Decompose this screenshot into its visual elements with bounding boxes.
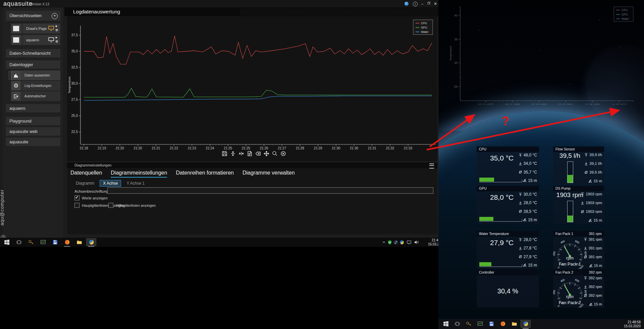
maximize-button[interactable] (426, 1, 431, 6)
aquasuite-taskbar-icon[interactable] (521, 320, 530, 327)
sidebar-item-playground[interactable]: Playground (6, 117, 60, 125)
tray-network-icon[interactable] (405, 239, 413, 246)
widget-cpu[interactable]: CPU 35,0 °C 48,0 °C 34,0 °C 35,7 °C 15 m (477, 146, 539, 184)
widget-gpu[interactable]: GPU 28,0 °C 30,0 °C 28,0 °C 28,5 °C 15 m (477, 186, 539, 224)
sidebar-item-automatischer-datenexport[interactable]: Automatischer Datenexport (11, 91, 60, 101)
fit-horizontal-button[interactable] (237, 150, 245, 157)
svg-text:09.09.2001: 09.09.2001 (558, 103, 573, 105)
header-value: 391 rpm (589, 231, 602, 237)
sidebar-item-label[interactable]: Log-Einstellungen (22, 81, 51, 91)
sidebar-page-aquaero[interactable]: aquaero 🔒︎ ⚙︎ (11, 35, 60, 45)
task-view-button[interactable] (14, 239, 23, 246)
axis-caption-input[interactable] (107, 187, 433, 194)
zoom-button[interactable] (271, 150, 278, 157)
level-bar-fill (479, 178, 494, 182)
widget-controller[interactable]: Controller 30,4 % (477, 270, 539, 308)
keepass-icon[interactable] (464, 320, 473, 327)
checkbox-box[interactable] (74, 195, 79, 200)
svg-text:21:30: 21:30 (332, 146, 340, 150)
checkbox-box[interactable] (74, 203, 79, 208)
delete-button[interactable] (254, 150, 262, 157)
sidebar-item-datenlogger[interactable]: Datenlogger (6, 60, 60, 69)
gear-icon[interactable]: ⚙︎ (55, 40, 58, 43)
average-icon (584, 255, 587, 259)
info-icon[interactable]: i (413, 2, 418, 6)
svg-text:400: 400 (560, 239, 565, 244)
checkbox-hilfsgitterlinien[interactable]: Hilfsgitterlinien anzeigen (108, 203, 156, 208)
sidebar-item-label[interactable]: Daten auswerten (22, 70, 50, 80)
tray-aquasuite-icon[interactable] (398, 239, 405, 246)
subtab-y-achse-1[interactable]: Y Achse 1 (123, 180, 148, 187)
widget-fan-pack-2[interactable]: Fan Pack 2 392 rpm 02004006008001000 rpm… (553, 270, 604, 308)
page-label[interactable]: aquaero (23, 35, 60, 45)
log-chart-canvas[interactable]: 22,525,027,530,032,535,037,521:1821:1921… (67, 16, 437, 161)
save-tool-icon[interactable] (50, 239, 60, 246)
sidebar-item-log-einstellungen[interactable]: ⚙︎ Log-Einstellungen (11, 81, 60, 91)
sidebar-item-daten-schnellansicht[interactable]: Daten-Schnellansicht (6, 49, 60, 57)
start-button[interactable] (2, 239, 11, 246)
running-indicator (523, 328, 529, 329)
drag-handle[interactable] (9, 71, 11, 80)
sidebar-item-aquasuite[interactable]: aquasuite (6, 138, 60, 146)
app-version: Version X.13 (30, 2, 49, 6)
widget-fan-pack-1[interactable]: Fan Pack 1 391 rpm 02004006008001000 rpm… (553, 231, 604, 269)
save-tool-icon[interactable] (487, 320, 496, 327)
sidebar-page-drawis-page[interactable]: Drawi's Page 🔒︎ ⚙︎ (11, 23, 60, 34)
stat-row: 15 m (523, 178, 537, 183)
keepass-icon[interactable] (26, 239, 36, 246)
gear-icon: ⚙︎ (11, 81, 20, 90)
report-button[interactable] (246, 150, 253, 157)
max-icon (584, 153, 588, 157)
add-page-button[interactable]: + (52, 13, 58, 19)
firefox-icon[interactable] (498, 320, 507, 327)
checkbox-werte-anzeigen[interactable]: Werte anzeigen (74, 195, 108, 200)
pan-button[interactable] (263, 150, 270, 157)
task-view-button[interactable] (452, 320, 462, 327)
hw-monitor-icon[interactable] (38, 239, 48, 246)
tray-shield-icon[interactable] (386, 239, 393, 246)
cancel-button[interactable] (279, 150, 287, 157)
tab-diagrammeinstellungen[interactable]: Diagrammeinstellungen (111, 170, 167, 178)
window-titlebar[interactable]: aquasuite Version X.13 i – ✕ (0, 0, 438, 7)
widget-water-temperature[interactable]: Water Temperature 27,9 °C 28,0 °C 27,8 °… (477, 231, 539, 269)
file-explorer-icon[interactable] (509, 320, 519, 327)
tray-steam-icon[interactable] (392, 239, 399, 246)
widget-header: Fan Pack 1 391 rpm (553, 231, 604, 237)
fit-vertical-button[interactable] (229, 150, 236, 157)
hw-monitor-icon[interactable] (475, 320, 485, 327)
level-bar-fill (479, 262, 491, 266)
update-status-icon[interactable] (405, 2, 409, 6)
page-label[interactable]: Drawi's Page (23, 23, 60, 34)
minimize-button[interactable]: – (420, 1, 425, 6)
export-icon (11, 92, 20, 101)
sidebar-item-label[interactable]: Automatischer Datenexport (22, 91, 60, 101)
start-button[interactable] (441, 320, 450, 327)
tab-datenreihen-formatieren[interactable]: Datenreihen formatieren (176, 170, 234, 178)
tab-diagramme-verwalten[interactable]: Diagramme verwalten (243, 170, 295, 178)
clock[interactable]: 21:48:58 15.03.2020 (617, 320, 641, 328)
tray-volume-icon[interactable] (413, 239, 420, 246)
svg-text:GPU: GPU (421, 26, 427, 29)
stat-row: 15 m (588, 179, 602, 183)
tab-datenquellen[interactable]: Datenquellen (70, 170, 102, 178)
display-icon[interactable] (48, 26, 54, 31)
aquasuite-taskbar-icon[interactable] (87, 239, 96, 246)
file-explorer-icon[interactable] (74, 239, 84, 246)
subtab-diagramm[interactable]: Diagramm (72, 180, 98, 187)
sidebar-item-daten-auswerten[interactable]: Daten auswerten (11, 70, 60, 80)
save-button[interactable] (221, 150, 228, 157)
taskbar-right: 21:48:58 15.03.2020 (438, 319, 644, 329)
sidebar-item-aquaero[interactable]: aquaero (6, 104, 60, 112)
sidebar-item-aquasuite-web[interactable]: aquasuite web (6, 127, 60, 136)
firefox-icon[interactable] (62, 239, 72, 246)
display-icon[interactable] (48, 37, 54, 42)
widget-ds-pump[interactable]: DS Pump 1903 rpm 1903 rpm 1903 rpm 1903 … (553, 186, 604, 224)
hamburger-menu-icon[interactable] (429, 163, 434, 169)
svg-text:22,5: 22,5 (71, 130, 78, 134)
close-button[interactable]: ✕ (433, 1, 438, 6)
subtab-x-achse[interactable]: X Achse (100, 180, 121, 187)
widget-flow-sensor[interactable]: Flow Sensor 39,5 l/h 39,9 l/h 39,1 l/h 3… (553, 146, 604, 184)
gear-icon[interactable]: ⚙︎ (55, 28, 58, 32)
checkbox-box[interactable] (108, 203, 113, 208)
tray-chevron-icon[interactable] (380, 239, 387, 246)
